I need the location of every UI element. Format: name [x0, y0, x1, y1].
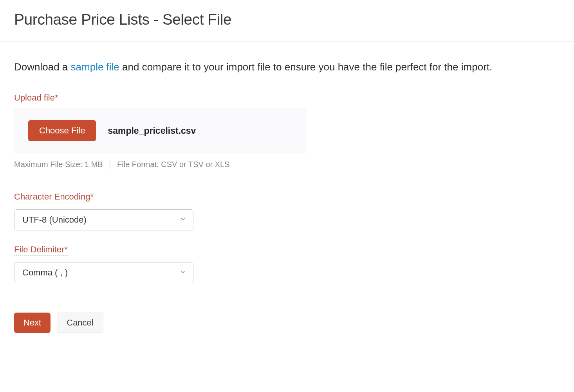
- file-delimiter-label: File Delimiter*: [14, 245, 68, 256]
- content-area: Download a sample file and compare it to…: [0, 42, 574, 347]
- intro-suffix: and compare it to your import file to en…: [119, 61, 492, 73]
- file-delimiter-value: Comma ( , ): [22, 268, 68, 278]
- character-encoding-select[interactable]: UTF-8 (Unicode): [14, 209, 193, 230]
- file-hint-format: File Format: CSV or TSV or XLS: [117, 160, 230, 169]
- character-encoding-select-wrap: UTF-8 (Unicode): [14, 209, 193, 230]
- upload-file-label: Upload file*: [14, 93, 560, 103]
- page-header: Purchase Price Lists - Select File: [0, 0, 574, 42]
- character-encoding-label: Character Encoding*: [14, 192, 94, 203]
- choose-file-button[interactable]: Choose File: [28, 120, 96, 141]
- character-encoding-value: UTF-8 (Unicode): [22, 215, 87, 225]
- file-hint-size: Maximum File Size: 1 MB: [14, 160, 103, 169]
- file-hint: Maximum File Size: 1 MB | File Format: C…: [14, 160, 560, 169]
- hint-separator: |: [109, 160, 111, 169]
- divider: [14, 299, 500, 299]
- action-buttons: Next Cancel: [14, 313, 560, 333]
- page-title: Purchase Price Lists - Select File: [14, 11, 560, 28]
- file-delimiter-select-wrap: Comma ( , ): [14, 262, 193, 283]
- selected-file-name: sample_pricelist.csv: [108, 126, 196, 136]
- cancel-button[interactable]: Cancel: [57, 313, 103, 333]
- file-delimiter-select[interactable]: Comma ( , ): [14, 262, 193, 283]
- intro-text: Download a sample file and compare it to…: [14, 60, 560, 74]
- intro-prefix: Download a: [14, 61, 71, 73]
- encoding-section: Character Encoding* UTF-8 (Unicode): [14, 192, 560, 230]
- next-button[interactable]: Next: [14, 313, 51, 333]
- delimiter-section: File Delimiter* Comma ( , ): [14, 245, 560, 283]
- upload-zone: Choose File sample_pricelist.csv: [14, 108, 306, 153]
- sample-file-link[interactable]: sample file: [71, 61, 119, 73]
